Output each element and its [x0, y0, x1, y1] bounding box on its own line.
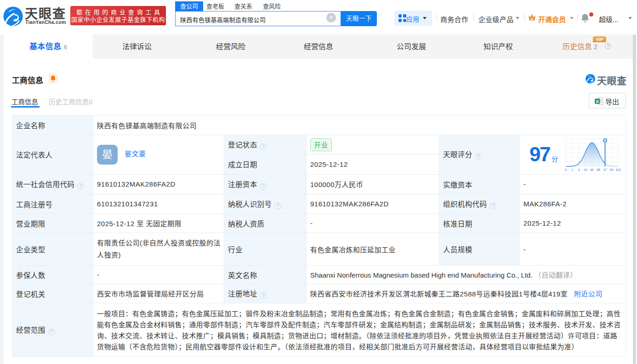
svg-text:X: X	[596, 99, 599, 104]
svg-text:0: 0	[565, 168, 567, 171]
svg-text:99: 99	[610, 168, 614, 171]
svg-text:97: 97	[603, 168, 607, 171]
svg-text:85: 85	[597, 168, 600, 171]
svg-text:100: 100	[615, 168, 621, 171]
svg-text:3: 3	[578, 168, 580, 171]
svg-text:15: 15	[584, 168, 587, 171]
svg-text:50: 50	[590, 168, 594, 171]
svg-text:1: 1	[571, 168, 573, 171]
